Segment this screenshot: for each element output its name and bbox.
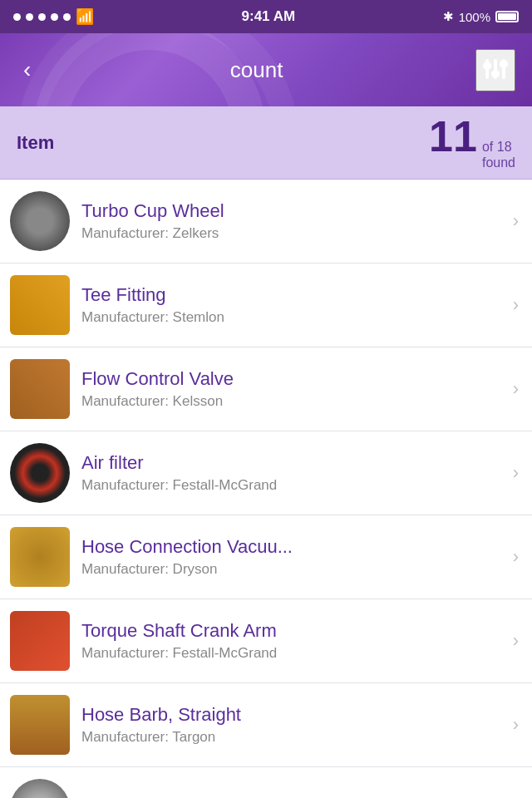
item-text: Flow Control Valve Manufacturer: Kelsson xyxy=(81,368,501,410)
list-item[interactable]: Flow Control Valve Manufacturer: Kelsson… xyxy=(0,347,532,431)
item-name: Hose Barb, Straight xyxy=(81,704,501,726)
signal-dot-3 xyxy=(38,13,46,21)
chevron-right-icon: › xyxy=(513,378,519,400)
item-text: Torque Shaft Crank Arm Manufacturer: Fes… xyxy=(81,620,501,662)
item-image xyxy=(10,779,70,798)
battery-fill xyxy=(498,13,516,20)
chevron-right-icon: › xyxy=(513,462,519,484)
table-header: Item 11 of 18 found xyxy=(0,106,532,180)
signal-dot-5 xyxy=(63,13,71,21)
back-icon: ‹ xyxy=(23,57,31,82)
count-found-label: found xyxy=(482,155,515,170)
list-item[interactable]: Washer › xyxy=(0,767,532,798)
item-text: Air filter Manufacturer: Festall-McGrand xyxy=(81,452,501,494)
chevron-right-icon: › xyxy=(513,294,519,316)
signal-dot-1 xyxy=(13,13,21,21)
item-image xyxy=(10,191,70,251)
time-display: 9:41 AM xyxy=(242,8,296,25)
header-count: 11 of 18 found xyxy=(429,115,515,170)
svg-point-5 xyxy=(500,60,508,68)
count-of-found: of 18 found xyxy=(482,139,515,170)
item-manufacturer: Manufacturer: Dryson xyxy=(81,561,501,578)
item-image xyxy=(10,359,70,419)
chevron-right-icon: › xyxy=(513,714,519,736)
nav-title: count xyxy=(230,57,283,83)
item-list: Turbo Cup Wheel Manufacturer: Zelkers › … xyxy=(0,180,532,798)
wifi-icon: 📶 xyxy=(76,7,94,26)
count-of-label: of 18 xyxy=(482,139,515,155)
item-image xyxy=(10,611,70,671)
filter-button[interactable] xyxy=(475,49,515,91)
sliders-icon xyxy=(482,56,509,82)
item-text: Hose Barb, Straight Manufacturer: Targon xyxy=(81,704,501,746)
item-manufacturer: Manufacturer: Stemlon xyxy=(81,309,501,326)
item-manufacturer: Manufacturer: Festall-McGrand xyxy=(81,645,501,662)
back-button[interactable]: ‹ xyxy=(17,50,37,90)
list-item[interactable]: Tee Fitting Manufacturer: Stemlon › xyxy=(0,264,532,347)
battery-bar xyxy=(495,11,519,22)
item-manufacturer: Manufacturer: Zelkers xyxy=(81,225,501,242)
list-item[interactable]: Hose Connection Vacuu... Manufacturer: D… xyxy=(0,515,532,599)
item-name: Hose Connection Vacuu... xyxy=(81,536,501,558)
svg-point-3 xyxy=(491,70,500,78)
item-manufacturer: Manufacturer: Kelsson xyxy=(81,393,501,410)
header-item-label: Item xyxy=(17,132,54,154)
item-name: Air filter xyxy=(81,452,501,474)
item-name: Tee Fitting xyxy=(81,284,501,306)
item-text: Turbo Cup Wheel Manufacturer: Zelkers xyxy=(81,200,501,242)
list-item[interactable]: Air filter Manufacturer: Festall-McGrand… xyxy=(0,431,532,515)
item-image xyxy=(10,275,70,335)
signal-dot-4 xyxy=(51,13,58,21)
battery-percent: 100% xyxy=(459,10,490,24)
item-name: Torque Shaft Crank Arm xyxy=(81,620,501,642)
item-image xyxy=(10,527,70,587)
list-item[interactable]: Hose Barb, Straight Manufacturer: Targon… xyxy=(0,683,532,767)
svg-point-1 xyxy=(483,62,491,70)
chevron-right-icon: › xyxy=(513,546,519,568)
status-bar: 📶 9:41 AM ✱ 100% xyxy=(0,0,532,33)
item-name: Turbo Cup Wheel xyxy=(81,200,501,222)
list-item[interactable]: Torque Shaft Crank Arm Manufacturer: Fes… xyxy=(0,599,532,683)
item-text: Tee Fitting Manufacturer: Stemlon xyxy=(81,284,501,326)
count-number: 11 xyxy=(429,115,477,158)
signal-dot-2 xyxy=(26,13,33,21)
chevron-right-icon: › xyxy=(513,630,519,652)
item-manufacturer: Manufacturer: Targon xyxy=(81,729,501,746)
item-image xyxy=(10,443,70,503)
chevron-right-icon: › xyxy=(513,210,519,232)
nav-bar: ‹ count xyxy=(0,33,532,106)
item-image xyxy=(10,695,70,755)
item-name: Flow Control Valve xyxy=(81,368,501,390)
item-manufacturer: Manufacturer: Festall-McGrand xyxy=(81,477,501,494)
signal-area: 📶 xyxy=(13,7,94,26)
item-text: Hose Connection Vacuu... Manufacturer: D… xyxy=(81,536,501,578)
list-item[interactable]: Turbo Cup Wheel Manufacturer: Zelkers › xyxy=(0,180,532,264)
bluetooth-icon: ✱ xyxy=(443,9,454,24)
battery-area: ✱ 100% xyxy=(443,9,519,24)
